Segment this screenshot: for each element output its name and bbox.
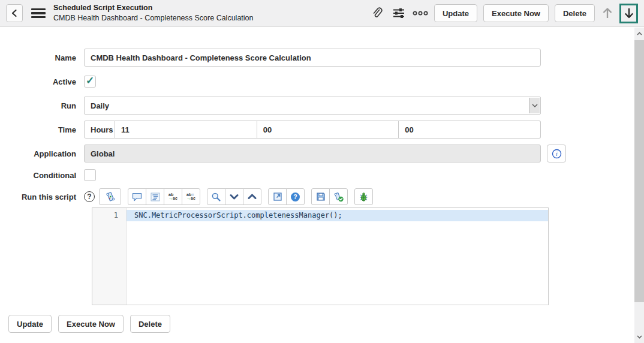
- time-hours-input[interactable]: [115, 121, 257, 139]
- footer-update-button[interactable]: Update: [8, 315, 52, 333]
- editor-help-icon[interactable]: ?: [286, 188, 305, 205]
- application-field-row: Application Global i: [0, 145, 634, 163]
- header-execute-now-button[interactable]: Execute Now: [483, 4, 549, 22]
- syntax-check-icon[interactable]: [329, 188, 348, 205]
- save-icon[interactable]: [311, 188, 330, 205]
- time-field-row: Time Hours: [0, 121, 634, 139]
- replace-all-icon[interactable]: ab≡ →ac: [182, 188, 200, 205]
- editor-code-area[interactable]: SNC.MetricProcessorScript.completenessMa…: [127, 208, 548, 305]
- debug-icon[interactable]: [354, 188, 373, 205]
- time-unit-label: Hours: [84, 121, 115, 139]
- active-field-row: Active: [0, 73, 634, 91]
- more-options-icon[interactable]: [413, 5, 428, 21]
- select-chevron-icon: [529, 98, 540, 113]
- back-button[interactable]: [6, 4, 23, 22]
- footer-button-bar: Update Execute Now Delete: [8, 315, 634, 333]
- format-code-icon[interactable]: [146, 188, 164, 205]
- editor-line-number-gutter: 1: [92, 208, 127, 305]
- active-checkbox[interactable]: [84, 76, 96, 88]
- name-field-row: Name: [0, 49, 634, 67]
- personalize-form-icon[interactable]: [391, 5, 407, 21]
- find-previous-icon[interactable]: [243, 188, 261, 205]
- scroll-up-icon[interactable]: [634, 29, 644, 38]
- run-label: Run: [0, 101, 84, 110]
- field-help-icon[interactable]: ?: [84, 191, 95, 202]
- name-label: Name: [0, 53, 84, 62]
- scheduled-script-execution-page: Scheduled Script Execution CMDB Health D…: [0, 0, 644, 343]
- footer-execute-now-button[interactable]: Execute Now: [58, 315, 124, 333]
- header-delete-button[interactable]: Delete: [555, 4, 595, 22]
- record-title-block: Scheduled Script Execution CMDB Health D…: [53, 3, 253, 23]
- time-minutes-input[interactable]: [257, 121, 399, 139]
- previous-record-icon[interactable]: [600, 4, 615, 22]
- open-in-window-icon[interactable]: [268, 188, 287, 205]
- svg-text:?: ?: [293, 193, 297, 200]
- form-header-bar: Scheduled Script Execution CMDB Health D…: [0, 0, 644, 27]
- context-menu-icon[interactable]: [31, 8, 46, 19]
- conditional-field-row: Conditional: [0, 169, 634, 182]
- vertical-scrollbar[interactable]: [634, 28, 644, 343]
- back-chevron-icon: [11, 9, 18, 17]
- application-value: Global: [91, 149, 115, 158]
- replace-icon[interactable]: ab →ac: [164, 188, 182, 205]
- scroll-down-icon[interactable]: [634, 332, 644, 342]
- run-field-row: Run Daily: [0, 97, 634, 115]
- scrollbar-thumb[interactable]: [634, 40, 644, 302]
- application-label: Application: [0, 149, 84, 158]
- info-icon: i: [552, 149, 562, 159]
- next-record-icon[interactable]: [619, 4, 638, 23]
- page-title: Scheduled Script Execution: [53, 3, 253, 13]
- syntax-editor-toggle-icon[interactable]: [99, 188, 121, 205]
- run-this-script-label: Run this script: [0, 192, 84, 201]
- time-label: Time: [0, 125, 84, 134]
- svg-text:i: i: [556, 151, 558, 157]
- record-subtitle: CMDB Health Dashboard - Completeness Sco…: [53, 13, 253, 23]
- find-next-icon[interactable]: [225, 188, 243, 205]
- conditional-checkbox[interactable]: [84, 169, 96, 181]
- search-icon[interactable]: [207, 188, 225, 205]
- script-code-editor[interactable]: 1 SNC.MetricProcessorScript.completeness…: [92, 207, 549, 305]
- script-toolbar-row: Run this script ?: [0, 188, 634, 206]
- name-input[interactable]: [84, 49, 541, 67]
- application-info-button[interactable]: i: [547, 145, 566, 163]
- form-content: Name Active Run Daily: [0, 28, 634, 343]
- code-line-1: SNC.MetricProcessorScript.completenessMa…: [127, 210, 548, 221]
- conditional-label: Conditional: [0, 171, 84, 180]
- line-number: 1: [92, 210, 126, 221]
- application-readonly-field: Global: [84, 145, 541, 163]
- run-select[interactable]: Daily: [84, 97, 541, 115]
- attachment-icon[interactable]: [369, 5, 385, 21]
- toggle-comment-icon[interactable]: [128, 188, 146, 205]
- time-seconds-input[interactable]: [399, 121, 541, 139]
- active-label: Active: [0, 77, 84, 86]
- header-update-button[interactable]: Update: [434, 4, 477, 22]
- footer-delete-button[interactable]: Delete: [130, 315, 170, 333]
- run-select-value: Daily: [91, 101, 109, 110]
